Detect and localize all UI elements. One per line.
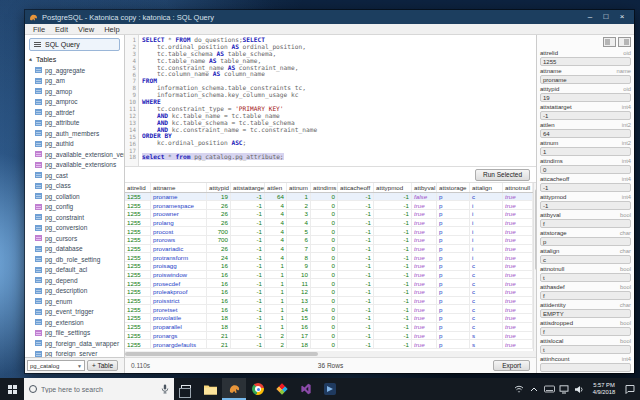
sidebar-item-pg_cursors[interactable]: pg_cursors [25,233,124,244]
grid-cell[interactable]: -1 [231,245,265,253]
grid-cell[interactable]: true [412,297,437,305]
grid-cell[interactable]: prolang [151,219,207,227]
detail-field-value[interactable]: t [540,273,631,282]
grid-cell[interactable]: p [437,297,470,305]
grid-row[interactable]: 1255proretset16-11140-1-1truepctrue [125,305,533,314]
grid-cell[interactable]: 1255 [125,193,151,201]
grid-cell[interactable]: 0 [311,332,338,340]
grid-cell[interactable]: p [437,332,470,340]
grid-cell[interactable]: -1 [231,219,265,227]
grid-cell[interactable]: 4 [265,227,287,235]
task-view-button[interactable] [174,378,198,400]
sidebar-item-pg_foreign_server[interactable]: pg_foreign_server [25,349,124,358]
detail-field-value[interactable]: proname [540,75,631,84]
editor-code[interactable]: SELECT * FROM do_questions;SELECT tc.ord… [139,35,536,166]
detail-field-value[interactable]: -1 [540,111,631,120]
grid-row[interactable]: 1255proowner26-1430-1-1truepitrue [125,210,533,219]
grid-cell[interactable]: -1 [374,210,412,218]
grid-cell[interactable]: -1 [231,279,265,287]
grid-cell[interactable]: -1 [338,245,374,253]
grid-row[interactable]: 1255pronargdefaults21-12180-1-1truepstru… [125,340,533,349]
grid-cell[interactable]: 0 [311,253,338,261]
grid-cell[interactable]: -1 [374,201,412,209]
horizontal-scroll-thumb[interactable] [125,352,318,356]
grid-cell[interactable]: -1 [338,236,374,244]
grid-cell[interactable]: 0 [311,236,338,244]
grid-cell[interactable]: protransform [151,253,207,261]
panel-layout-right-button[interactable] [618,37,631,47]
grid-row[interactable]: 1255proname19-16410-1-1falsepctrue [125,193,533,202]
sidebar-item-pg_conversion[interactable]: pg_conversion [25,223,124,234]
detail-field-value[interactable]: 1 [540,147,631,156]
detail-field-value[interactable]: 1255 [540,57,631,66]
grid-cell[interactable]: 0 [311,288,338,296]
grid-cell[interactable]: 2 [265,332,287,340]
grid-cell[interactable]: -1 [231,253,265,261]
wifi-icon[interactable] [512,378,526,400]
grid-cell[interactable]: 21 [207,340,231,348]
grid-cell[interactable]: p [437,288,470,296]
grid-row[interactable]: 1255proparallel18-11160-1-1truepctrue [125,323,533,332]
grid-cell[interactable]: 1255 [125,262,151,270]
grid-cell[interactable]: true [503,227,533,235]
grid-cell[interactable]: 6 [287,236,311,244]
grid-cell[interactable]: -1 [374,340,412,348]
grid-cell[interactable]: -1 [338,288,374,296]
detail-field-value[interactable]: f [540,219,631,228]
column-header-attstorage[interactable]: attstorage [437,183,470,192]
grid-cell[interactable]: true [412,314,437,322]
file-explorer-button[interactable] [198,378,222,400]
grid-cell[interactable]: 16 [287,323,311,331]
grid-cell[interactable]: 1255 [125,332,151,340]
export-button[interactable]: Export [493,360,530,371]
grid-cell[interactable]: p [437,245,470,253]
grid-cell[interactable]: 4 [265,245,287,253]
detail-field-value[interactable]: 64 [540,129,631,138]
grid-cell[interactable]: 2 [265,340,287,348]
grid-cell[interactable]: -1 [374,305,412,313]
grid-cell[interactable]: true [503,323,533,331]
editor-line[interactable]: AND kc.constraint_name = tc.constraint_n… [142,127,536,134]
grid-cell[interactable]: true [412,262,437,270]
grid-cell[interactable]: 1 [265,279,287,287]
grid-cell[interactable]: -1 [338,253,374,261]
menu-file[interactable]: File [28,25,50,34]
grid-cell[interactable]: 1 [265,314,287,322]
editor-line[interactable]: information_schema.key_column_usage kc [142,92,536,99]
grid-cell[interactable]: true [503,193,533,201]
grid-cell[interactable]: -1 [231,305,265,313]
column-header-attstattarget[interactable]: attstattarget [231,183,265,192]
grid-cell[interactable]: 1255 [125,236,151,244]
grid-cell[interactable]: 1255 [125,297,151,305]
grid-cell[interactable]: i [470,236,503,244]
grid-cell[interactable]: -1 [374,219,412,227]
grid-cell[interactable]: 16 [207,297,231,305]
grid-cell[interactable]: -1 [338,201,374,209]
sql-editor[interactable]: 123456789101112131415161718 SELECT * FRO… [125,35,536,167]
schema-select[interactable]: pg_catalog ▼ [27,360,85,371]
start-button[interactable] [0,378,24,400]
grid-cell[interactable]: false [412,193,437,201]
grid-cell[interactable]: i [470,227,503,235]
action-center-button[interactable] [622,384,638,394]
grid-cell[interactable]: -1 [338,210,374,218]
column-header-attcacheoff[interactable]: attcacheoff [338,183,374,192]
grid-row[interactable]: 1255pronamespace26-1420-1-1truepitrue [125,201,533,210]
detail-field-value[interactable]: f [540,291,631,300]
grid-cell[interactable]: 1255 [125,340,151,348]
sidebar-item-pg_event_trigger[interactable]: pg_event_trigger [25,307,124,318]
grid-cell[interactable]: 9 [287,262,311,270]
grid-cell[interactable]: true [503,314,533,322]
sidebar-item-pg_available_extensions[interactable]: pg_available_extensions [25,160,124,171]
media-app-button[interactable] [318,378,342,400]
editor-line[interactable]: select * from pg_catalog.pg_attribute; [142,154,536,161]
sidebar-item-pg_amproc[interactable]: pg_amproc [25,97,124,108]
grid-row[interactable]: 1255prosecdef16-11110-1-1truepctrue [125,279,533,288]
minimize-button[interactable]: – [582,10,598,24]
grid-cell[interactable]: 14 [287,305,311,313]
sidebar-item-pg_depend[interactable]: pg_depend [25,275,124,286]
grid-cell[interactable]: 1255 [125,210,151,218]
grid-cell[interactable]: proowner [151,210,207,218]
grid-cell[interactable]: 2 [287,201,311,209]
volume-icon[interactable] [572,378,586,400]
